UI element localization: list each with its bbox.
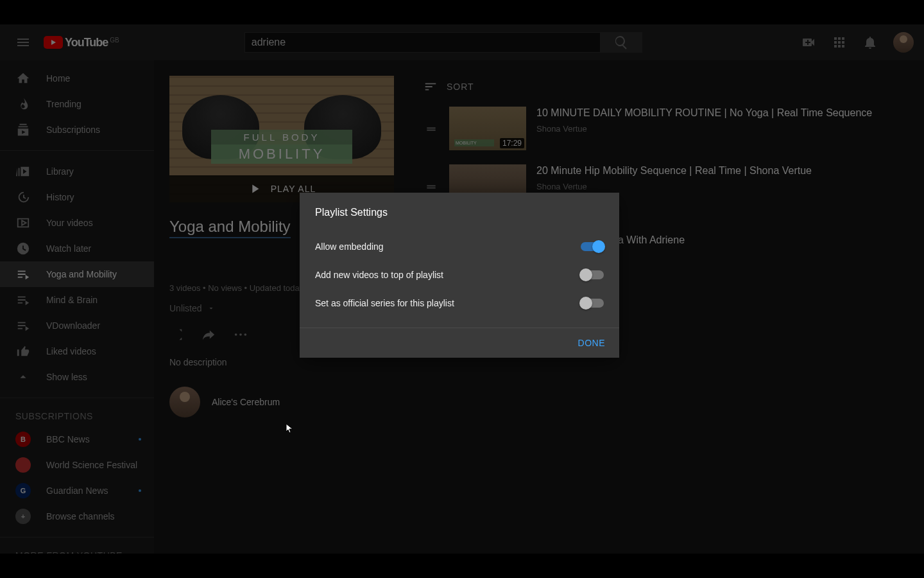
library-icon xyxy=(16,164,30,179)
search-input[interactable] xyxy=(244,32,601,53)
visibility-label: Unlisted xyxy=(169,303,202,313)
drag-icon xyxy=(425,180,438,193)
sidebar-item-mind-brain[interactable]: Mind & Brain xyxy=(0,287,154,313)
sidebar-item-label: Liked videos xyxy=(46,346,96,356)
playlist-icon xyxy=(16,267,30,281)
sidebar-item-label: Trending xyxy=(46,99,81,109)
sidebar-item-label: Your videos xyxy=(46,218,93,228)
playlist-title[interactable]: Yoga and Mobility xyxy=(169,218,291,238)
sidebar-item-label: Show less xyxy=(46,372,87,382)
video-title[interactable]: 10 MINUTE DAILY MOBILITY ROUTINE | No Yo… xyxy=(536,107,872,120)
sidebar-sub-bbc[interactable]: B BBC News xyxy=(0,426,154,452)
youtube-logo[interactable]: YouTube GB xyxy=(44,36,119,49)
sidebar-item-label: Yoga and Mobility xyxy=(46,269,117,279)
sidebar-item-label: Guardian News xyxy=(46,486,108,496)
playlist-settings-modal: Playlist Settings Allow embedding Add ne… xyxy=(300,193,619,358)
toggle-allow-embedding[interactable] xyxy=(581,242,604,251)
sidebar-more-heading: MORE FROM YOUTUBE xyxy=(0,545,154,554)
sidebar-item-subscriptions[interactable]: Subscriptions xyxy=(0,117,154,143)
sidebar-divider xyxy=(0,398,154,398)
new-content-dot xyxy=(139,489,141,492)
window-letterbox-bottom xyxy=(0,554,924,578)
sidebar-item-label: Browse channels xyxy=(46,511,115,521)
sidebar-item-yoga-mobility[interactable]: Yoga and Mobility xyxy=(0,261,154,287)
modal-title: Playlist Settings xyxy=(315,207,604,218)
create-video-icon[interactable] xyxy=(801,35,816,50)
subscriptions-icon xyxy=(16,123,30,137)
plus-circle-icon: + xyxy=(15,509,31,524)
video-thumbnail[interactable]: MOBILITY 17:29 xyxy=(449,107,526,150)
new-content-dot xyxy=(139,438,141,441)
sidebar-browse-channels[interactable]: + Browse channels xyxy=(0,504,154,529)
thumb-overlay-text: MOBILITY xyxy=(454,139,494,146)
search-button[interactable] xyxy=(601,32,642,53)
sidebar-item-label: Subscriptions xyxy=(46,125,100,135)
drag-handle[interactable] xyxy=(424,164,439,193)
menu-button[interactable] xyxy=(10,30,36,55)
video-info: 20 Minute Hip Mobility Sequence | Real T… xyxy=(536,164,812,191)
history-icon xyxy=(16,190,30,204)
video-channel[interactable]: Shona Vertue xyxy=(536,182,812,191)
sort-button[interactable]: SORT xyxy=(424,76,909,94)
region-code: GB xyxy=(110,37,119,44)
sidebar-sub-wsf[interactable]: World Science Festival xyxy=(0,452,154,478)
sidebar-item-trending[interactable]: Trending xyxy=(0,91,154,117)
apps-icon[interactable] xyxy=(832,35,847,50)
caret-down-icon xyxy=(207,304,215,312)
playlist-icon xyxy=(16,319,30,333)
channel-avatar-icon: B xyxy=(15,432,31,447)
youtube-play-icon xyxy=(44,36,63,49)
sidebar-item-show-less[interactable]: Show less xyxy=(0,364,154,390)
setting-row-official-series: Set as official series for this playlist xyxy=(315,289,604,317)
video-row[interactable]: MOBILITY 17:29 10 MINUTE DAILY MOBILITY … xyxy=(424,107,909,150)
app-header: YouTube GB xyxy=(0,24,924,60)
video-info: 10 MINUTE DAILY MOBILITY ROUTINE | No Yo… xyxy=(536,107,872,134)
playlist-hero-thumbnail[interactable]: FULL BODY MOBILITY PLAY ALL xyxy=(169,76,394,202)
sidebar-subscriptions-heading: SUBSCRIPTIONS xyxy=(0,406,154,426)
sidebar-item-liked[interactable]: Liked videos xyxy=(0,338,154,364)
home-icon xyxy=(16,71,30,85)
window-letterbox-top xyxy=(0,0,924,24)
share-icon[interactable] xyxy=(201,328,216,342)
sidebar: Home Trending Subscriptions Library Hist… xyxy=(0,60,154,554)
toggle-official-series[interactable] xyxy=(581,299,604,308)
drag-handle[interactable] xyxy=(424,107,439,136)
sidebar-item-library[interactable]: Library xyxy=(0,159,154,184)
sidebar-item-label: VDownloader xyxy=(46,320,100,331)
playlist-author[interactable]: Alice's Cerebrum xyxy=(169,387,909,417)
playlist-icon xyxy=(16,293,30,307)
header-actions xyxy=(801,32,914,53)
notifications-icon[interactable] xyxy=(862,35,878,50)
toggle-add-to-top[interactable] xyxy=(581,270,604,279)
chevron-up-icon xyxy=(16,370,30,384)
playlist-description[interactable]: No description xyxy=(169,357,909,367)
video-title[interactable]: 20 Minute Hip Mobility Sequence | Real T… xyxy=(536,164,812,178)
drag-icon xyxy=(425,123,438,136)
brand-text: YouTube xyxy=(65,36,108,49)
sidebar-item-watch-later[interactable]: Watch later xyxy=(0,236,154,261)
video-channel[interactable]: Shona Vertue xyxy=(536,124,872,134)
sidebar-item-your-videos[interactable]: Your videos xyxy=(0,210,154,236)
play-icon xyxy=(248,182,262,196)
sidebar-item-label: World Science Festival xyxy=(46,460,137,470)
shuffle-icon[interactable] xyxy=(169,328,184,342)
setting-row-embedding: Allow embedding xyxy=(315,232,604,261)
more-icon[interactable] xyxy=(234,328,248,342)
sidebar-item-vdownloader[interactable]: VDownloader xyxy=(0,313,154,338)
sidebar-divider xyxy=(0,537,154,538)
trending-icon xyxy=(16,97,30,111)
user-avatar[interactable] xyxy=(893,32,914,53)
channel-avatar-icon xyxy=(15,457,31,473)
thumbnail-text: FULL BODY MOBILITY xyxy=(211,130,352,164)
sidebar-item-label: Mind & Brain xyxy=(46,295,98,305)
thumbnail-text-line2: MOBILITY xyxy=(211,144,352,164)
done-button[interactable]: DONE xyxy=(578,338,605,348)
thumb-up-icon xyxy=(16,344,30,358)
sidebar-item-label: Watch later xyxy=(46,243,91,254)
sidebar-item-home[interactable]: Home xyxy=(0,66,154,91)
sort-icon xyxy=(424,80,438,94)
channel-avatar-icon: G xyxy=(15,483,31,498)
sidebar-sub-guardian[interactable]: G Guardian News xyxy=(0,478,154,504)
sidebar-item-history[interactable]: History xyxy=(0,184,154,210)
hamburger-icon xyxy=(15,35,31,50)
